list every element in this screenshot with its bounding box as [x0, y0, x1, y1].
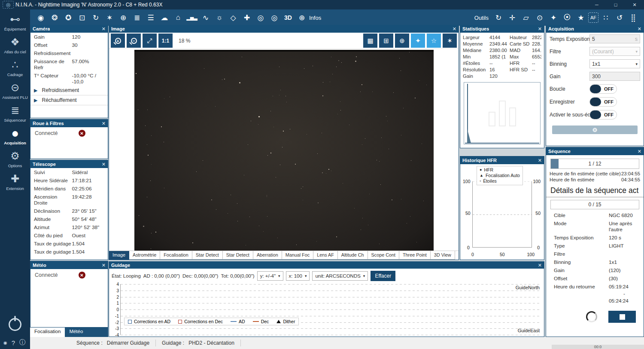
tab-astrometrie[interactable]: Astrométrie — [129, 251, 160, 260]
tab-3d-view[interactable]: 3D View — [431, 251, 455, 260]
lens-detect-icon[interactable]: ⦿ — [561, 11, 574, 24]
zoom-in-button[interactable]: + — [111, 34, 125, 48]
cooling-expander[interactable]: ▶Refroidissement — [30, 86, 108, 95]
telescope-icon[interactable]: ✶ — [103, 11, 116, 24]
close-icon[interactable]: ✕ — [102, 121, 106, 126]
rotate-gesture-icon[interactable]: ↻ — [492, 11, 505, 24]
autofocus-icon[interactable]: AF — [588, 12, 598, 23]
infos-label[interactable]: Infos — [309, 15, 321, 21]
tab-focalisation[interactable]: Focalisation — [160, 251, 192, 260]
maximize-button[interactable]: □ — [606, 0, 625, 9]
tab-altitude-chart[interactable]: Altitude Ch — [338, 251, 368, 260]
infos-target-icon[interactable]: ⊕ — [295, 11, 308, 24]
dots-square-icon[interactable]: ⣿ — [627, 11, 640, 24]
close-icon[interactable]: ✕ — [102, 263, 106, 268]
histogram-icon[interactable]: ▂▅▃ — [185, 11, 198, 24]
flat-panel-icon[interactable]: ☰ — [144, 11, 157, 24]
tab-star-detect-2[interactable]: Star Detect — [223, 251, 253, 260]
eye-icon[interactable]: ◉ — [3, 340, 7, 345]
rotator-icon[interactable]: ↻ — [89, 11, 102, 24]
camera-icon[interactable]: ◉ — [34, 11, 47, 24]
unit-dropdown[interactable]: unit: ARCSECONDS▾ — [312, 271, 368, 281]
magnifier-icon[interactable]: ⊙ — [533, 11, 546, 24]
light-bulb-icon[interactable]: ☼ — [213, 11, 226, 24]
tab-meteo[interactable]: Météo — [65, 328, 87, 337]
guider-icon[interactable]: ⊕ — [117, 11, 130, 24]
zoom-out-button[interactable]: − — [127, 34, 141, 48]
capture-button[interactable]: ❂ — [552, 126, 638, 134]
tab-star-detect-1[interactable]: Star Detect — [192, 251, 223, 260]
close-icon[interactable]: ✕ — [538, 263, 542, 268]
y-scale-dropdown[interactable]: y: +/-4"▾ — [257, 271, 283, 281]
exposure-input[interactable] — [592, 36, 633, 42]
focuser-icon[interactable]: ⊡ — [76, 11, 88, 24]
close-icon[interactable]: ✕ — [102, 26, 106, 32]
zoom-one-to-one-button[interactable]: 1:1 — [158, 34, 173, 48]
threed-icon[interactable]: 3D — [282, 11, 295, 24]
power-button[interactable] — [9, 318, 21, 331]
tab-scope-control[interactable]: Scope Cont — [368, 251, 399, 260]
flat-wizard-icon[interactable]: ▱ — [519, 11, 532, 24]
star-image[interactable] — [134, 50, 434, 251]
move-cross-icon[interactable]: ✛ — [506, 11, 519, 24]
dome-icon[interactable]: ⌂ — [172, 11, 185, 24]
sidebar-item-extension[interactable]: ✚ Extension — [0, 172, 30, 191]
gain-input[interactable] — [592, 73, 638, 80]
star-detect-button[interactable]: ☆ — [427, 34, 441, 48]
stop-sequence-button[interactable] — [608, 311, 636, 323]
grid-overlay-button[interactable]: ▦ — [363, 34, 377, 48]
tab-image[interactable]: Image — [109, 251, 129, 260]
loop-toggle[interactable]: OFF — [589, 84, 617, 94]
sidebar-item-atlas[interactable]: ❖ Atlas du ciel — [0, 36, 30, 54]
subsample-toggle[interactable]: OFF — [589, 110, 617, 119]
image-viewport[interactable] — [109, 49, 459, 251]
filter-wheel-icon[interactable]: ✪ — [62, 11, 75, 24]
layers-icon[interactable]: ◎ — [254, 11, 267, 24]
close-icon[interactable]: ✕ — [538, 158, 542, 163]
star-spikes-button[interactable]: ✶ — [443, 34, 457, 48]
crosshair-button[interactable]: ⊕ — [395, 34, 409, 48]
star-icon[interactable]: ★ — [574, 11, 587, 24]
exposure-field[interactable]: s — [589, 34, 640, 43]
close-icon[interactable]: ✕ — [538, 26, 542, 32]
sidebar-item-acquisition[interactable]: ● Acquisition — [0, 127, 30, 145]
binning-dropdown[interactable]: 1x1▾ — [589, 59, 640, 68]
wand-icon[interactable]: ✦ — [547, 11, 560, 24]
info-icon[interactable]: ⓘ — [19, 339, 25, 346]
sidebar-item-equipement[interactable]: ⊷ Équipement — [0, 13, 30, 31]
tab-lens-af[interactable]: Lens AF — [313, 251, 338, 260]
x-scale-dropdown[interactable]: x: 100▾ — [286, 271, 310, 281]
filter-dropdown[interactable]: (Courant)▾ — [589, 47, 640, 56]
help-icon[interactable]: ? — [12, 339, 15, 346]
tab-focalisation[interactable]: Focalisation — [30, 328, 65, 337]
tab-manual-focus[interactable]: Manual Foc — [282, 251, 313, 260]
layers2-icon[interactable]: ◎ — [268, 11, 281, 24]
tab-aberration[interactable]: Aberration — [253, 251, 282, 260]
zoom-fit-button[interactable]: ⤢ — [143, 34, 157, 48]
plugin-icon[interactable]: ✚ — [240, 11, 253, 24]
sequencer-icon[interactable]: ≣ — [131, 11, 143, 24]
tab-three-point[interactable]: Three Point — [399, 251, 431, 260]
warming-expander[interactable]: ▶Réchauffement — [30, 95, 108, 105]
close-icon[interactable]: ✕ — [453, 26, 456, 32]
auto-stretch-button[interactable]: ✦ — [411, 34, 425, 48]
close-button[interactable]: ✕ — [625, 0, 644, 9]
close-icon[interactable]: ✕ — [638, 26, 641, 32]
weather-icon[interactable]: ☁ — [158, 11, 171, 24]
history-icon[interactable]: ↺ — [613, 11, 626, 24]
close-icon[interactable]: ✕ — [638, 149, 641, 154]
sidebar-item-sequenceur[interactable]: ≣ Séquenceur — [0, 104, 30, 122]
annotate-stars-button[interactable]: ⊞ — [379, 34, 393, 48]
save-toggle[interactable]: OFF — [589, 97, 617, 107]
sidebar-item-assistant-plu[interactable]: ⊝ Assistant PLU — [0, 81, 30, 100]
minimize-button[interactable]: ─ — [587, 0, 606, 9]
clear-guide-graph-button[interactable]: Effacer — [371, 271, 395, 281]
grid-dots-icon[interactable]: ∷ — [599, 11, 612, 24]
close-icon[interactable]: ✕ — [102, 162, 106, 167]
sidebar-item-cadrage[interactable]: ∴ Cadrage — [0, 58, 30, 77]
sidebar-item-options[interactable]: ⚙ Options — [0, 150, 30, 168]
gain-field[interactable] — [589, 72, 640, 81]
shutter-icon[interactable]: ❂ — [48, 11, 61, 24]
scatter-icon[interactable]: ∿ — [199, 11, 212, 24]
shield-icon[interactable]: ◇ — [227, 11, 240, 24]
